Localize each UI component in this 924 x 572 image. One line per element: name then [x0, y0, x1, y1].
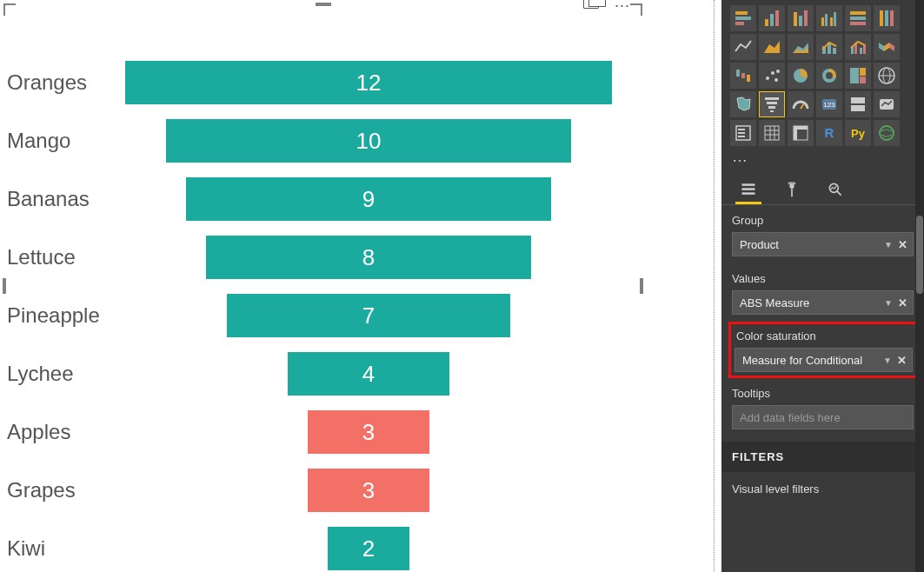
selection-corner-tr[interactable] [630, 3, 642, 16]
funnel-visual-container[interactable]: ··· Oranges12Mango10Bananas9Lettuce8Pine… [3, 3, 642, 569]
svg-text:Py: Py [851, 127, 866, 140]
focus-mode-icon[interactable] [583, 0, 599, 9]
svg-rect-69 [794, 126, 797, 140]
svg-rect-7 [799, 16, 802, 26]
gauge-icon[interactable] [788, 91, 814, 117]
arcgis-map-icon[interactable] [874, 120, 900, 146]
svg-rect-33 [741, 73, 745, 78]
card-icon[interactable]: 123 [816, 91, 842, 117]
donut-chart-icon[interactable] [816, 63, 842, 89]
kpi-icon[interactable] [874, 91, 900, 117]
table-icon[interactable] [759, 120, 785, 146]
report-canvas[interactable]: ··· Oranges12Mango10Bananas9Lettuce8Pine… [0, 0, 714, 572]
funnel-row: Mango10 [3, 114, 642, 168]
funnel-bar[interactable]: 7 [227, 294, 511, 337]
line-clustered-column-icon[interactable] [845, 34, 871, 60]
values-label: Values [732, 272, 914, 285]
funnel-row: Pineapple7 [3, 289, 642, 343]
svg-rect-42 [850, 68, 859, 83]
svg-rect-6 [794, 12, 797, 26]
funnel-category-label: Mango [7, 129, 70, 153]
funnel-bar[interactable]: 10 [166, 119, 572, 163]
funnel-bar[interactable]: 9 [186, 177, 551, 221]
gallery-more-icon[interactable]: … [721, 146, 924, 171]
funnel-bar[interactable]: 2 [328, 527, 409, 570]
svg-rect-32 [736, 70, 740, 76]
tooltips-field-well[interactable]: Add data fields here [732, 405, 914, 429]
pie-chart-icon[interactable] [788, 63, 814, 89]
funnel-bar[interactable]: 3 [308, 410, 429, 454]
tooltips-field-section: Tooltips Add data fields here [721, 378, 924, 436]
chevron-down-icon[interactable]: ▼ [884, 240, 893, 249]
line-chart-icon[interactable] [730, 34, 756, 60]
svg-rect-1 [735, 17, 751, 20]
visualizations-panel: 123RPy … Group Product ▼ ✕ Values ABS Me… [721, 0, 924, 572]
hundred-stacked-bar-icon[interactable] [845, 5, 871, 31]
color-saturation-field-well[interactable]: Measure for Conditional ▼ ✕ [735, 348, 913, 372]
remove-field-icon[interactable]: ✕ [898, 238, 907, 251]
scatter-chart-icon[interactable] [759, 63, 785, 89]
svg-point-72 [880, 126, 894, 140]
svg-rect-73 [742, 183, 755, 186]
svg-line-80 [837, 190, 841, 195]
filled-map-icon[interactable] [730, 91, 756, 117]
funnel-bar[interactable]: 8 [206, 236, 530, 279]
color-saturation-highlight: Color saturation Measure for Conditional… [728, 322, 919, 378]
line-stacked-column-icon[interactable] [816, 34, 842, 60]
panel-scrollbar-track[interactable] [915, 0, 924, 572]
funnel-bar[interactable]: 3 [308, 469, 429, 512]
treemap-icon[interactable] [845, 63, 871, 89]
funnel-category-label: Kiwi [7, 536, 45, 561]
color-saturation-field-value: Measure for Conditional [742, 354, 862, 367]
svg-rect-10 [825, 14, 828, 26]
group-field-well[interactable]: Product ▼ ✕ [732, 232, 914, 256]
svg-rect-49 [767, 102, 777, 104]
visual-more-options-icon[interactable]: ··· [615, 0, 630, 15]
svg-rect-5 [775, 10, 779, 26]
remove-field-icon[interactable]: ✕ [897, 354, 907, 367]
resize-handle-top[interactable] [316, 3, 331, 6]
values-field-well[interactable]: ABS Measure ▼ ✕ [732, 290, 914, 315]
svg-rect-11 [830, 17, 833, 26]
analytics-tab[interactable] [822, 176, 848, 204]
ribbon-chart-icon[interactable] [874, 34, 900, 60]
python-visual-icon[interactable]: Py [845, 120, 871, 146]
filters-header[interactable]: FILTERS [721, 442, 924, 472]
svg-rect-60 [738, 132, 745, 134]
remove-field-icon[interactable]: ✕ [898, 296, 907, 309]
waterfall-icon[interactable] [730, 63, 756, 89]
svg-rect-75 [742, 192, 755, 195]
panel-tabs [721, 171, 924, 205]
svg-rect-15 [850, 22, 866, 25]
chevron-down-icon[interactable]: ▼ [884, 298, 893, 308]
stacked-area-icon[interactable] [788, 34, 814, 60]
svg-rect-0 [735, 11, 748, 15]
panel-scrollbar-thumb[interactable] [916, 216, 923, 294]
svg-rect-16 [880, 10, 883, 26]
multi-row-card-icon[interactable] [845, 91, 871, 117]
slicer-icon[interactable] [730, 120, 756, 146]
clustered-bar-icon[interactable] [759, 5, 785, 31]
area-chart-icon[interactable] [759, 34, 785, 60]
stacked-column-icon[interactable] [788, 5, 814, 31]
funnel-bar[interactable]: 4 [288, 352, 450, 396]
clustered-column-icon[interactable] [816, 5, 842, 31]
visual-level-filters-label[interactable]: Visual level filters [721, 472, 924, 506]
chevron-down-icon[interactable]: ▼ [883, 356, 892, 365]
stacked-bar-icon[interactable] [730, 5, 756, 31]
svg-rect-3 [765, 19, 768, 26]
funnel-category-label: Bananas [7, 187, 90, 211]
funnel-chart-icon[interactable] [759, 91, 785, 117]
map-icon[interactable] [874, 63, 900, 89]
funnel-bar[interactable]: 12 [125, 61, 612, 104]
r-visual-icon[interactable]: R [816, 120, 842, 146]
svg-marker-19 [764, 41, 780, 53]
fields-tab[interactable] [735, 176, 761, 204]
format-tab[interactable] [779, 176, 805, 204]
group-label: Group [732, 214, 914, 227]
svg-rect-12 [834, 12, 836, 26]
hundred-stacked-column-icon[interactable] [874, 5, 900, 31]
selection-corner-tl[interactable] [3, 3, 16, 16]
matrix-icon[interactable] [788, 120, 814, 146]
svg-text:R: R [825, 125, 834, 140]
